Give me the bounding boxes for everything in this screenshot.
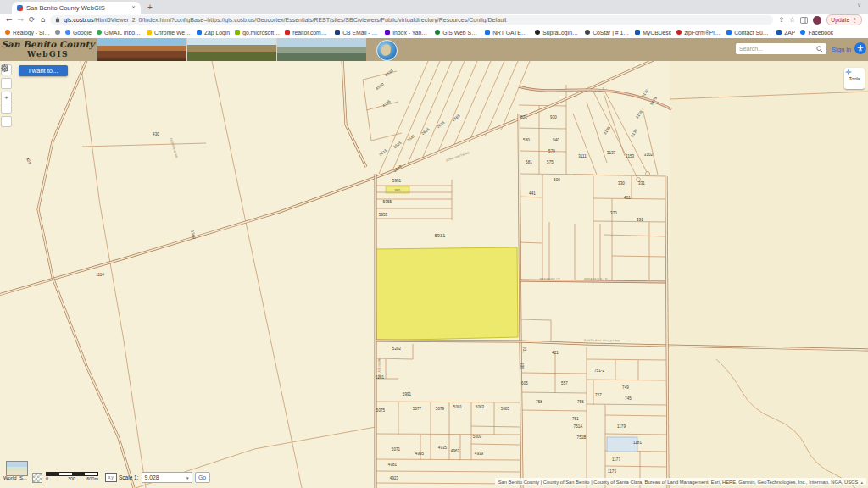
tools-button[interactable]: Tools [844, 68, 865, 89]
zoom-in-button[interactable]: + [1, 92, 12, 103]
share-icon[interactable]: ⇪ [778, 16, 784, 24]
highlighted-parcel[interactable] [376, 247, 518, 341]
window-chevron-icon[interactable]: ∨ [857, 2, 861, 8]
parcel-label: 5085 [501, 407, 509, 411]
go-button[interactable]: Go [195, 472, 210, 483]
parcel-label: 4981 [388, 463, 397, 467]
banner-photo-1 [97, 38, 186, 61]
bookmarks-map-button[interactable] [1, 116, 12, 127]
parcel-label: 756 [577, 400, 584, 404]
bookmark-item[interactable]: CB EMail - Paul Za... [335, 30, 380, 36]
bookmark-favicon [197, 30, 202, 35]
road-label: FAIRVIEW RD [377, 358, 381, 379]
bookmark-favicon [585, 30, 590, 35]
update-label: Update [831, 17, 849, 23]
parcel-label: 940 [553, 138, 559, 142]
bookmark-item[interactable]: realtor.com® for p... [285, 30, 330, 36]
bookmark-item[interactable]: zipForm®Plus 19.1... [676, 30, 721, 36]
chevron-down-icon: ▾ [186, 475, 189, 480]
road-label: SANTA ANA VALLEY RD [584, 339, 620, 343]
parcel-label: 1175 [608, 469, 616, 474]
bookmark-item[interactable]: SupraLoginKathleen [535, 30, 580, 36]
parcel-label: 4939 [475, 452, 483, 456]
parcel-label: 421 [552, 351, 559, 355]
parcel-label: 5075 [376, 408, 385, 413]
bookmark-favicon [335, 30, 340, 35]
parcel-label: 3153 [626, 154, 634, 158]
bookmark-item[interactable]: Realogy - Sign In... [5, 30, 50, 36]
basemap-label: World_S... [3, 475, 32, 480]
attribution-bar: San Benito County | County of San Benito… [495, 478, 866, 485]
banner-photo-2 [186, 38, 276, 61]
bookmark-star-icon[interactable]: ☆ [789, 16, 795, 24]
parcel-label: 757 [595, 393, 602, 397]
bookmark-item[interactable]: go.microsoft.com [235, 30, 280, 36]
parcel-label: 5077 [413, 407, 421, 411]
home-icon[interactable]: ⌂ [41, 16, 46, 24]
bookmark-item[interactable] [55, 30, 60, 35]
left-toolbar: > + − [1, 64, 13, 130]
bookmark-favicon [635, 30, 640, 35]
bookmark-item[interactable]: ZAP [776, 30, 795, 36]
bookmark-item[interactable]: MyCBDesk [635, 30, 671, 36]
parcel-label: 330 [618, 181, 625, 186]
transparency-grid-icon[interactable] [32, 473, 42, 483]
parcel-label: 5081 [453, 405, 462, 409]
reload-icon[interactable]: ⟳ [29, 16, 36, 24]
bookmark-item[interactable]: Chrome Web Stor... [147, 30, 192, 36]
coordinates-icon[interactable]: x,y [105, 473, 117, 482]
parcel-label: 581 [526, 160, 532, 164]
new-tab-button[interactable]: + [147, 3, 153, 12]
bookmark-item[interactable]: GMAIL Inbox (1) -... [97, 30, 142, 36]
attribution-toggle-icon[interactable]: ▴ [860, 480, 863, 485]
search-box[interactable]: Search... [736, 43, 826, 54]
bookmark-item[interactable]: Google [65, 30, 92, 36]
zoom-out-button[interactable]: − [1, 103, 12, 114]
tab-close-icon[interactable]: × [131, 4, 136, 11]
scale-label: Scale 1: [119, 474, 139, 480]
app-title-line2: WebGIS [0, 50, 96, 59]
bookmark-favicon [285, 30, 290, 35]
bookmark-item[interactable]: Inbox - Yahoo Mail [385, 30, 430, 36]
basemap-switcher[interactable] [6, 461, 28, 476]
bookmark-favicon [800, 30, 805, 35]
parcel-label: 1181 [633, 441, 642, 445]
browser-menu-icon[interactable]: ⋮ [852, 17, 858, 24]
i-want-to-button[interactable]: I want to... [19, 65, 68, 76]
profile-avatar[interactable] [813, 16, 821, 25]
parcel-label: 401 [624, 196, 631, 200]
update-button[interactable]: Update ⋮ [826, 14, 862, 25]
parcel-label: 5071 [392, 447, 400, 452]
parcel-label: 871 [520, 115, 527, 119]
parcel-label: 935 [520, 363, 524, 369]
parcel-label: 1114 [96, 273, 104, 277]
search-icon[interactable] [816, 46, 823, 53]
bookmark-item[interactable]: Facebook [800, 30, 833, 36]
bookmark-favicon [97, 30, 102, 35]
parcel-label: 745 [625, 396, 632, 401]
forward-icon[interactable]: → [18, 16, 25, 24]
scale-value: 9,028 [145, 474, 159, 480]
scale-select[interactable]: 9,028 ▾ [142, 472, 192, 483]
bookmark-item[interactable]: CoStar | # 1 Com... [585, 30, 630, 36]
header-photo-banner [97, 38, 366, 61]
address-bar[interactable]: gis.cosb.us/Html5Viewer_2_0/Index.html?c… [50, 15, 773, 25]
locate-me-button[interactable] [1, 78, 12, 89]
parcel-label: 605 [521, 381, 528, 385]
parcel-label: 575 [547, 160, 554, 164]
accessibility-icon[interactable] [854, 42, 866, 54]
bookmark-item[interactable]: Contact Summary [726, 30, 771, 36]
bookmark-item[interactable]: GIS Web Santa Cruz [435, 30, 480, 36]
browser-tab[interactable]: San Benito County WebGIS × [12, 2, 141, 14]
road-label: BASSANO CT [540, 278, 560, 281]
scalebar-mid: 300 [68, 476, 75, 481]
tools-label: Tools [849, 76, 860, 81]
bookmark-item[interactable]: NRT GATEWAY NE... [485, 30, 530, 36]
back-icon[interactable]: ← [6, 16, 13, 24]
side-panel-icon[interactable] [800, 17, 808, 24]
sign-in-link[interactable]: Sign in [832, 46, 851, 53]
bookmark-favicon [726, 30, 732, 35]
map-canvas[interactable]: 5931599159515955595345304520479524152525… [0, 61, 868, 488]
bookmark-item[interactable]: Zap Login [197, 30, 230, 36]
parcel-label: 5931 [435, 233, 446, 238]
